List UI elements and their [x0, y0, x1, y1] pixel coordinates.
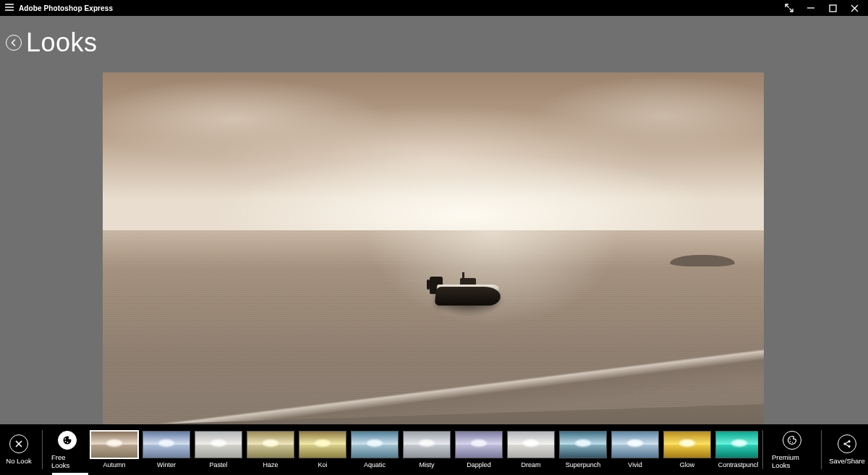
look-label: Contrastpunch	[718, 461, 758, 468]
svg-point-3	[67, 442, 69, 443]
hamburger-menu-icon[interactable]	[3, 4, 16, 12]
look-label: Autumn	[103, 461, 125, 468]
look-label: Superpunch	[566, 461, 601, 468]
edited-photo[interactable]	[103, 72, 764, 424]
palette-icon	[783, 431, 801, 450]
premium-looks-button[interactable]: Premium Looks	[767, 424, 817, 475]
premium-looks-label: Premium Looks	[772, 453, 812, 469]
look-label: Winter	[157, 461, 176, 468]
look-autumn[interactable]: Autumn	[90, 431, 138, 468]
svg-rect-0	[830, 5, 836, 12]
maximize-button[interactable]	[822, 0, 843, 16]
palette-icon	[58, 431, 77, 450]
svg-point-5	[790, 440, 791, 442]
look-pastel[interactable]: Pastel	[195, 431, 242, 468]
look-superpunch[interactable]: Superpunch	[559, 431, 607, 468]
look-glow[interactable]: Glow	[663, 431, 711, 468]
separator	[42, 430, 43, 469]
look-thumbnail	[90, 431, 138, 458]
svg-point-2	[65, 440, 67, 442]
look-haze[interactable]: Haze	[247, 431, 294, 468]
app-title: Adobe Photoshop Express	[19, 4, 113, 12]
look-aquatic[interactable]: Aquatic	[351, 431, 399, 468]
look-koi[interactable]: Koi	[299, 431, 346, 468]
look-dappled[interactable]: Dappled	[455, 431, 503, 468]
look-thumbnail	[559, 431, 607, 458]
cancel-icon	[9, 434, 28, 453]
free-looks-label: Free Looks	[51, 453, 83, 469]
look-label: Vivid	[628, 461, 642, 468]
svg-point-1	[64, 438, 66, 440]
look-label: Dappled	[467, 461, 491, 468]
look-vivid[interactable]: Vivid	[611, 431, 659, 468]
look-label: Pastel	[209, 461, 227, 468]
share-icon	[838, 434, 856, 453]
svg-point-4	[790, 438, 791, 440]
separator	[821, 430, 822, 469]
free-looks-button[interactable]: Free Looks	[47, 424, 88, 475]
look-thumbnail	[507, 431, 555, 458]
bottom-bar: No Look Free Looks AutumnWinterPastelHaz…	[0, 424, 868, 475]
look-thumbnail	[455, 431, 503, 458]
look-thumbnail	[351, 431, 399, 458]
look-label: Glow	[680, 461, 695, 468]
save-share-label: Save/Share	[829, 457, 865, 465]
back-button[interactable]	[6, 35, 22, 51]
titlebar: Adobe Photoshop Express	[0, 0, 868, 16]
canvas-area: Looks	[0, 16, 868, 424]
look-label: Haze	[263, 461, 278, 468]
section-title: Looks	[26, 28, 98, 58]
look-thumbnail	[247, 431, 294, 458]
section-header: Looks	[6, 28, 98, 58]
look-label: Misty	[420, 461, 435, 468]
save-share-button[interactable]: Save/Share	[826, 424, 868, 475]
minimize-button[interactable]	[800, 0, 822, 16]
look-thumbnail	[663, 431, 711, 458]
looks-strip[interactable]: AutumnWinterPastelHazeKoiAquaticMistyDap…	[88, 424, 758, 475]
no-look-button[interactable]: No Look	[0, 424, 38, 475]
svg-point-6	[792, 442, 793, 443]
close-button[interactable]	[843, 0, 865, 16]
fullscreen-button[interactable]	[778, 0, 800, 16]
look-thumbnail	[195, 431, 242, 458]
look-label: Dream	[521, 461, 540, 468]
look-label: Aquatic	[364, 461, 386, 468]
separator	[762, 430, 763, 469]
look-winter[interactable]: Winter	[142, 431, 190, 468]
look-thumbnail	[611, 431, 659, 458]
look-thumbnail	[299, 431, 346, 458]
look-misty[interactable]: Misty	[403, 431, 451, 468]
look-thumbnail	[715, 431, 758, 458]
look-thumbnail	[142, 431, 190, 458]
look-contrastpunch[interactable]: Contrastpunch	[715, 431, 758, 468]
look-label: Koi	[318, 461, 327, 468]
look-thumbnail	[403, 431, 451, 458]
no-look-label: No Look	[6, 457, 31, 465]
look-dream[interactable]: Dream	[507, 431, 555, 468]
